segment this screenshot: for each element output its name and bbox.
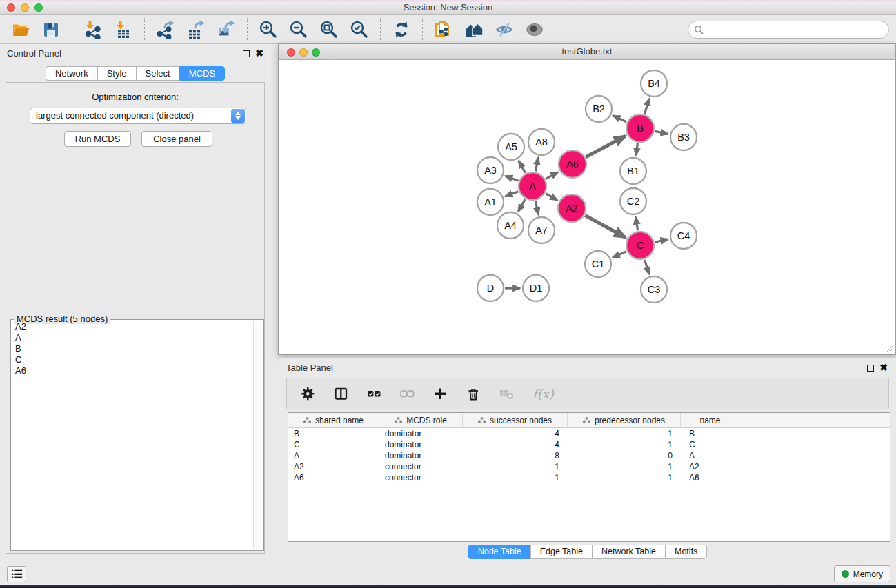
edge-A2-C[interactable] [585,216,626,238]
tab-select[interactable]: Select [136,66,179,81]
open-session-button[interactable] [10,19,32,41]
graph-node-B1[interactable]: B1 [620,158,646,184]
network-minimize-icon[interactable] [299,48,308,57]
table-row[interactable]: Cdominator41C [288,439,890,450]
table-cell[interactable]: A2 [288,461,379,472]
edge-A-A1[interactable] [506,192,519,196]
save-session-button[interactable] [40,19,62,41]
criterion-dropdown[interactable]: largest connected component (directed) [30,108,246,124]
graph-node-C1[interactable]: C1 [585,251,611,277]
graph-node-D1[interactable]: D1 [523,275,549,301]
edge-A-A7[interactable] [535,201,538,215]
tab-motifs[interactable]: Motifs [665,545,707,559]
mcds-result-list[interactable]: A2ABCA6 [12,321,252,549]
network-close-icon[interactable] [287,48,295,57]
delete-row-button[interactable] [466,385,483,402]
table-row[interactable]: A2connector11A2 [288,461,890,472]
edge-C-C2[interactable] [636,217,638,231]
hide-glyphs-button[interactable] [493,19,515,41]
tab-style[interactable]: Style [97,66,136,81]
result-scrollbar[interactable] [253,321,263,549]
edge-C-C4[interactable] [655,239,668,242]
import-network-button[interactable] [82,19,104,41]
table-cell[interactable]: dominator [379,439,463,450]
export-image-button[interactable] [215,19,237,41]
zoom-selected-button[interactable] [348,19,370,41]
edge-A6-B[interactable] [586,136,625,157]
column-header-predecessor-nodes[interactable]: predecessor nodes [568,413,681,428]
table-cell[interactable]: A6 [681,472,739,483]
table-cell[interactable]: dominator [379,428,463,439]
edge-B-B1[interactable] [636,143,638,156]
table-cell[interactable]: 4 [463,428,568,439]
graph-node-A2[interactable]: A2 [558,194,586,222]
home-button[interactable] [463,19,485,41]
table-cell[interactable]: C [288,439,379,450]
table-cell[interactable]: 8 [463,450,568,461]
close-window-icon[interactable] [7,3,15,12]
column-header-shared-name[interactable]: shared name [288,413,379,428]
task-history-button[interactable] [7,566,26,582]
graph-node-C3[interactable]: C3 [641,276,667,303]
tab-mcds[interactable]: MCDS [179,66,225,81]
edge-C-C1[interactable] [613,252,626,258]
graph-node-B4[interactable]: B4 [641,70,667,97]
table-row[interactable]: Bdominator41B [288,428,890,439]
add-row-button[interactable] [433,385,450,402]
table-cell[interactable]: 1 [463,461,568,472]
window-resize-grip[interactable] [884,343,894,353]
edge-C-C3[interactable] [645,260,650,274]
import-table-button[interactable] [112,19,135,41]
graph-node-A1[interactable]: A1 [477,189,504,215]
memory-button[interactable]: Memory [834,565,890,582]
tab-network[interactable]: Network [46,66,97,81]
table-cell[interactable]: dominator [379,450,463,461]
graph-node-C2[interactable]: C2 [620,188,646,214]
tab-node-table[interactable]: Node Table [468,545,530,559]
zoom-fit-button[interactable] [318,19,340,41]
open-network-file-button[interactable] [432,19,455,41]
close-panel-button[interactable]: Close panel [141,131,212,147]
select-all-button[interactable] [367,385,384,402]
table-panel-float-icon[interactable] [867,365,874,372]
edge-A-A6[interactable] [546,172,558,179]
node-table[interactable]: shared name MCDS role successor nodes pr… [288,412,890,542]
graph-node-A7[interactable]: A7 [528,217,555,243]
search-input[interactable] [704,23,888,37]
table-row[interactable]: A6connector11A6 [288,472,890,483]
refresh-button[interactable] [390,19,412,41]
run-mcds-button[interactable]: Run MCDS [64,131,131,147]
table-cell[interactable]: 1 [568,472,681,483]
table-cell[interactable]: 4 [463,439,568,450]
maximize-window-icon[interactable] [34,3,43,12]
tab-edge-table[interactable]: Edge Table [530,545,592,559]
table-panel-close-icon[interactable]: ✖ [879,362,888,373]
graph-node-A6[interactable]: A6 [559,150,586,178]
edge-B-B3[interactable] [655,131,668,134]
table-cell[interactable]: A2 [681,461,739,472]
control-panel-close-icon[interactable]: ✖ [255,48,263,59]
network-graph[interactable]: B4 B2 B B3 A8 A5 A6 A3 B1 A A1 C2 A2 [279,60,895,354]
edge-A-A8[interactable] [535,158,538,172]
table-cell[interactable]: A6 [288,472,379,483]
network-window-titlebar[interactable]: testGlobe.txt [279,44,895,60]
graph-node-B[interactable]: B [626,114,654,142]
mcds-result-item[interactable]: A2 [12,321,252,332]
mcds-result-item[interactable]: A [12,332,252,343]
graph-node-B2[interactable]: B2 [586,96,612,122]
table-cell[interactable]: 1 [568,461,681,472]
table-cell[interactable]: C [681,439,739,450]
graph-node-C[interactable]: C [626,232,654,259]
search-field[interactable] [688,21,889,39]
table-cell[interactable]: 0 [568,450,681,461]
network-canvas[interactable]: B4 B2 B B3 A8 A5 A6 A3 B1 A A1 C2 A2 [279,60,895,354]
table-cell[interactable]: 1 [568,439,681,450]
column-header-successor-nodes[interactable]: successor nodes [463,413,568,428]
graph-node-A4[interactable]: A4 [497,212,524,239]
table-cell[interactable]: 1 [568,428,681,439]
table-cell[interactable]: 1 [463,472,568,483]
table-cell[interactable]: connector [379,461,463,472]
column-header-name[interactable]: name [681,413,739,428]
graph-node-A8[interactable]: A8 [528,129,555,155]
edge-B-B4[interactable] [645,99,650,114]
